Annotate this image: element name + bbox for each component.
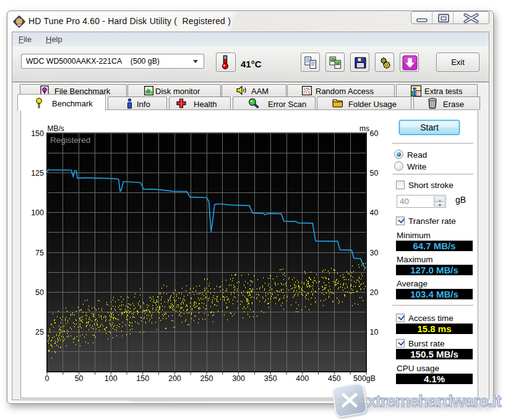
svg-text:75: 75 [35,249,44,257]
svg-text:0: 0 [45,374,49,383]
svg-text:450: 450 [328,374,341,383]
svg-text:500gB: 500gB [353,374,376,383]
svg-text:MB/s: MB/s [48,124,64,133]
svg-text:25: 25 [35,328,44,336]
svg-text:350: 350 [264,374,277,383]
svg-text:20: 20 [370,288,379,297]
svg-text:ms: ms [359,124,369,133]
svg-text:100: 100 [31,208,44,217]
svg-text:10: 10 [370,328,379,336]
svg-text:125: 125 [31,169,44,178]
svg-text:300: 300 [232,374,245,383]
svg-text:200: 200 [168,374,181,383]
svg-text:150: 150 [136,374,149,383]
svg-text:30: 30 [370,249,379,257]
svg-text:50: 50 [75,374,84,383]
svg-text:50: 50 [35,288,44,297]
svg-text:Registered: Registered [50,135,90,145]
svg-text:400: 400 [296,374,309,383]
svg-text:40: 40 [370,208,379,217]
svg-text:150: 150 [31,129,44,138]
svg-text:100: 100 [105,374,118,383]
svg-text:60: 60 [370,129,379,138]
svg-text:250: 250 [200,374,213,383]
svg-text:50: 50 [370,169,379,178]
